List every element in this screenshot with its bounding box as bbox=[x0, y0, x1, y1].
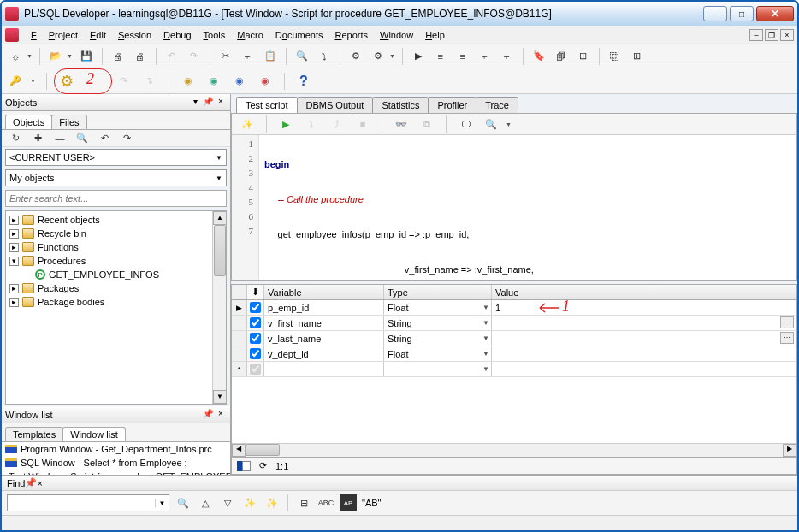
tree-scrollbar[interactable]: ▲ ▼ bbox=[212, 211, 226, 404]
key-icon[interactable]: 🔑 bbox=[7, 73, 24, 90]
header-value[interactable]: Value bbox=[492, 285, 796, 299]
grid-row-new[interactable]: * ▼ bbox=[232, 362, 796, 377]
cut-icon[interactable]: ✂ bbox=[217, 48, 234, 65]
undo-icon[interactable]: ↶ bbox=[163, 48, 181, 65]
regex-icon[interactable]: AB bbox=[340, 494, 357, 511]
mdi-close[interactable]: × bbox=[780, 29, 794, 41]
explain-icon[interactable]: 🗐 bbox=[553, 48, 570, 65]
dropdown-arrow-icon[interactable]: ▼ bbox=[67, 53, 73, 59]
find-next-icon[interactable]: ⤵ bbox=[316, 48, 333, 65]
query-builder-icon[interactable]: ⊞ bbox=[575, 48, 592, 65]
dropdown-arrow-icon[interactable]: ▼ bbox=[506, 121, 512, 127]
panel-pin-icon[interactable]: 📌 bbox=[202, 409, 214, 421]
code-body[interactable]: begin -- Call the procedure get_employee… bbox=[259, 135, 796, 280]
menu-macro[interactable]: Macro bbox=[232, 28, 269, 42]
step-into-icon[interactable]: ↴ bbox=[141, 73, 158, 90]
titlebar[interactable]: PL/SQL Developer - learningsql@DB11G - [… bbox=[2, 2, 797, 26]
menu-session[interactable]: Session bbox=[113, 28, 157, 42]
refresh-icon[interactable]: ↻ bbox=[7, 130, 24, 147]
tab-windowlist[interactable]: Window list bbox=[62, 427, 126, 441]
new-icon[interactable]: ☼ bbox=[7, 48, 24, 65]
scroll-up-icon[interactable]: ▲ bbox=[213, 211, 227, 225]
cell-value[interactable]: 1 1 bbox=[492, 300, 796, 315]
scrollbar-thumb[interactable] bbox=[214, 225, 226, 276]
cell-type[interactable]: ▼ bbox=[384, 362, 492, 376]
row-checkbox[interactable] bbox=[250, 317, 261, 328]
menu-debug[interactable]: Debug bbox=[158, 28, 196, 42]
dropdown-arrow-icon[interactable]: ▼ bbox=[27, 53, 33, 59]
row-checkbox[interactable] bbox=[250, 348, 261, 359]
panel-menu-icon[interactable]: ▾ bbox=[189, 97, 201, 109]
scroll-left-icon[interactable]: ◀ bbox=[232, 444, 246, 457]
find-next-icon[interactable]: 🔍 bbox=[175, 494, 192, 511]
cell-value[interactable]: ⋯ bbox=[492, 316, 796, 330]
menu-file[interactable]: F bbox=[26, 28, 42, 42]
breakpoint-2-icon[interactable]: ◉ bbox=[205, 73, 222, 90]
expand-icon[interactable]: ▸ bbox=[9, 243, 19, 252]
cell-value[interactable] bbox=[492, 362, 796, 376]
redo-icon[interactable]: ↷ bbox=[186, 48, 203, 65]
cell-variable[interactable]: v_dept_id bbox=[264, 346, 384, 361]
chevron-down-icon[interactable]: ▼ bbox=[482, 365, 489, 373]
grid-row[interactable]: ▶ p_emp_id Float▼ 1 1 bbox=[232, 300, 796, 316]
match-case-icon[interactable]: ⊟ bbox=[295, 494, 312, 511]
open-icon[interactable]: 📂 bbox=[47, 48, 64, 65]
compile-all-icon[interactable]: ⚙ bbox=[370, 48, 387, 65]
tile-icon[interactable]: ⊞ bbox=[629, 48, 646, 65]
current-user-dropdown[interactable]: <CURRENT USER> ▼ bbox=[5, 149, 227, 166]
grid-row[interactable]: v_first_name String▼ ⋯ bbox=[232, 316, 796, 331]
tab-test-script[interactable]: Test script bbox=[236, 97, 298, 113]
chevron-down-icon[interactable]: ▼ bbox=[482, 350, 489, 358]
indent-right-icon[interactable]: ≡ bbox=[454, 48, 471, 65]
paste-icon[interactable]: 📋 bbox=[262, 48, 279, 65]
find-down-icon[interactable]: ▽ bbox=[219, 494, 236, 511]
beautify-icon[interactable]: ✨ bbox=[239, 115, 256, 133]
cell-variable[interactable]: v_first_name bbox=[264, 316, 384, 330]
step-icon[interactable]: ⤵ bbox=[303, 115, 320, 133]
dropdown-arrow-icon[interactable]: ▼ bbox=[389, 53, 395, 59]
tab-templates[interactable]: Templates bbox=[5, 427, 63, 441]
object-tree[interactable]: ▸Recent objects ▸Recycle bin ▸Functions … bbox=[5, 210, 227, 405]
breakpoint-4-icon[interactable]: ◉ bbox=[257, 73, 274, 90]
grid-hscrollbar[interactable]: ◀ ▶ bbox=[232, 443, 796, 457]
menu-project[interactable]: Project bbox=[44, 28, 83, 42]
nav-back-icon[interactable]: ↶ bbox=[96, 130, 113, 147]
find-input[interactable]: ▼ bbox=[7, 494, 169, 511]
menu-reports[interactable]: Reports bbox=[329, 28, 373, 42]
collapse-icon[interactable]: ▾ bbox=[9, 257, 19, 266]
cell-value[interactable]: ⋯ bbox=[492, 331, 796, 346]
row-checkbox[interactable] bbox=[250, 302, 261, 313]
scrollbar-thumb[interactable] bbox=[246, 444, 280, 456]
tab-statistics[interactable]: Statistics bbox=[372, 97, 429, 113]
grid-row[interactable]: v_last_name String▼ ⋯ bbox=[232, 331, 796, 346]
panel-close-icon[interactable]: × bbox=[37, 478, 42, 488]
delete-icon[interactable]: — bbox=[51, 130, 68, 147]
menu-tools[interactable]: Tools bbox=[198, 28, 231, 42]
stop-icon[interactable]: ■ bbox=[354, 115, 371, 133]
grid-row[interactable]: v_dept_id Float▼ bbox=[232, 346, 796, 362]
cell-variable[interactable]: p_emp_id bbox=[264, 300, 384, 315]
chevron-down-icon[interactable]: ▼ bbox=[482, 319, 489, 327]
whole-word-icon[interactable]: ABC bbox=[317, 494, 334, 511]
cascade-icon[interactable]: ⿻ bbox=[607, 48, 624, 65]
close-button[interactable]: ✕ bbox=[756, 6, 794, 21]
panel-pin-icon[interactable]: 📌 bbox=[202, 97, 214, 109]
tab-profiler[interactable]: Profiler bbox=[428, 97, 476, 113]
run-icon[interactable]: ▶ bbox=[277, 115, 294, 133]
breakpoint-1-icon[interactable]: ◉ bbox=[180, 73, 197, 90]
find-icon[interactable]: 🔍 bbox=[293, 48, 311, 65]
menu-window[interactable]: Window bbox=[375, 28, 418, 42]
compile-icon[interactable]: ⚙ bbox=[347, 48, 364, 65]
print-setup-icon[interactable]: 🖨 bbox=[132, 48, 149, 65]
screen-icon[interactable]: 🖵 bbox=[457, 115, 474, 133]
panel-close-icon[interactable]: × bbox=[215, 409, 227, 421]
run-gear-icon[interactable]: ⚙ bbox=[58, 73, 75, 90]
mdi-restore[interactable]: ❐ bbox=[765, 29, 778, 41]
comment-icon[interactable]: ⫟ bbox=[476, 48, 494, 65]
find-up-icon[interactable]: △ bbox=[197, 494, 214, 511]
add-icon[interactable]: ✚ bbox=[29, 130, 46, 147]
expand-icon[interactable]: ▸ bbox=[9, 216, 19, 225]
cell-variable[interactable] bbox=[264, 362, 384, 376]
watch-icon[interactable]: 👓 bbox=[393, 115, 410, 133]
cell-type[interactable]: Float▼ bbox=[384, 300, 492, 315]
